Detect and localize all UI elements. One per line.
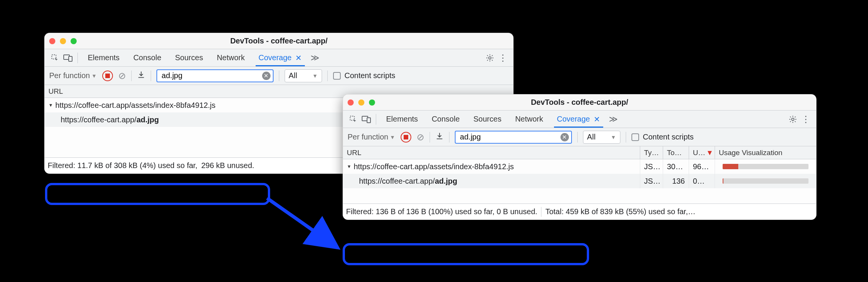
clear-filter-icon[interactable]: ✕ — [560, 133, 569, 141]
filtered-stats: Filtered: 136 B of 136 B (100%) used so … — [346, 207, 537, 216]
type-filter-label: All — [587, 133, 596, 141]
row-url-prefix: https://coffee-cart.app/ — [61, 115, 137, 124]
tab-console[interactable]: Console — [126, 49, 168, 66]
record-button[interactable] — [401, 132, 411, 143]
column-unused[interactable]: U…▼ — [689, 146, 715, 159]
panel-tabs: Elements Console Sources Network Coverag… — [45, 49, 513, 67]
tab-console[interactable]: Console — [425, 111, 466, 128]
svg-rect-6 — [367, 118, 370, 123]
annotation-highlight-before — [45, 183, 270, 205]
settings-icon[interactable] — [483, 51, 496, 64]
tab-network[interactable]: Network — [210, 49, 251, 66]
clear-icon[interactable]: ⊘ — [118, 70, 126, 81]
divider — [327, 70, 328, 81]
total-stats: Total: 459 kB of 839 kB (55%) used so fa… — [545, 207, 696, 216]
titlebar[interactable]: DevTools - coffee-cart.app/ — [45, 33, 513, 49]
divider — [449, 132, 449, 143]
window-title: DevTools - coffee-cart.app/ — [343, 98, 816, 107]
granularity-label: Per function — [49, 71, 90, 80]
tab-coverage[interactable]: Coverage ✕ — [550, 111, 607, 128]
row-unused: 96… — [689, 159, 715, 174]
type-filter-dropdown[interactable]: All▼ — [583, 131, 620, 144]
tab-network[interactable]: Network — [508, 111, 550, 128]
svg-rect-2 — [69, 56, 72, 61]
disclosure-triangle-icon[interactable]: ▼ — [48, 103, 53, 108]
titlebar[interactable]: DevTools - coffee-cart.app/ — [343, 95, 816, 111]
content-scripts-toggle[interactable]: Content scripts — [333, 71, 395, 80]
close-window-icon[interactable] — [49, 38, 55, 44]
minimize-window-icon[interactable] — [60, 38, 66, 44]
panel-tabs: Elements Console Sources Network Coverag… — [343, 111, 816, 128]
row-unused: 0… — [689, 174, 715, 188]
kebab-menu-icon[interactable]: ⋮ — [799, 113, 812, 126]
divider — [151, 70, 151, 81]
tab-elements[interactable]: Elements — [81, 49, 126, 66]
settings-icon[interactable] — [786, 113, 799, 126]
type-filter-dropdown[interactable]: All▼ — [285, 69, 322, 82]
url-filter-text[interactable] — [459, 132, 557, 142]
url-filter-input[interactable]: ✕ — [455, 131, 572, 144]
filtered-stats: Filtered: 11.7 kB of 308 kB (4%) used so… — [48, 161, 197, 170]
tab-coverage-label: Coverage — [259, 53, 292, 62]
maximize-window-icon[interactable] — [369, 99, 375, 106]
device-toolbar-icon[interactable] — [360, 113, 373, 126]
table-row[interactable]: ▼ https://coffee-cart.app/assets/index-8… — [343, 159, 816, 174]
checkbox-icon[interactable] — [631, 133, 639, 141]
tab-sources[interactable]: Sources — [467, 111, 508, 128]
annotation-highlight-after — [343, 243, 589, 265]
clear-filter-icon[interactable]: ✕ — [262, 72, 271, 80]
tab-sources[interactable]: Sources — [168, 49, 210, 66]
clear-icon[interactable]: ⊘ — [417, 132, 424, 143]
column-url[interactable]: URL — [343, 146, 640, 159]
device-toolbar-icon[interactable] — [61, 51, 74, 64]
column-usage[interactable]: Usage Visualization — [715, 146, 816, 159]
content-scripts-toggle[interactable]: Content scripts — [631, 133, 694, 141]
row-url-match: ad.jpg — [137, 115, 159, 124]
divider — [430, 132, 430, 143]
close-tab-icon[interactable]: ✕ — [591, 115, 600, 124]
inspect-element-icon[interactable] — [347, 113, 360, 126]
window-controls — [348, 99, 375, 106]
divider — [77, 53, 78, 63]
close-tab-icon[interactable]: ✕ — [293, 53, 302, 62]
status-bar: Filtered: 136 B of 136 B (100%) used so … — [343, 203, 816, 220]
checkbox-icon[interactable] — [333, 72, 341, 80]
row-type: JS… — [640, 174, 663, 188]
coverage-table: ▼ https://coffee-cart.app/assets/index-8… — [343, 159, 816, 203]
kebab-menu-icon[interactable]: ⋮ — [496, 51, 509, 64]
inspect-element-icon[interactable] — [48, 51, 61, 64]
row-url: https://coffee-cart.app/assets/index-8bf… — [55, 101, 216, 110]
export-icon[interactable] — [435, 132, 444, 142]
export-icon[interactable] — [137, 70, 145, 81]
content-scripts-label: Content scripts — [345, 71, 395, 80]
svg-point-7 — [792, 118, 794, 120]
maximize-window-icon[interactable] — [71, 38, 77, 44]
disclosure-triangle-icon[interactable]: ▼ — [347, 164, 351, 169]
tab-coverage[interactable]: Coverage ✕ — [252, 49, 309, 66]
close-window-icon[interactable] — [348, 99, 354, 106]
divider — [131, 70, 132, 81]
column-type[interactable]: Ty… — [640, 146, 663, 159]
granularity-dropdown[interactable]: Per function▼ — [348, 133, 395, 141]
url-filter-text[interactable] — [161, 71, 259, 80]
svg-point-3 — [489, 56, 491, 59]
divider — [577, 132, 578, 143]
row-url-match: ad.jpg — [435, 177, 457, 186]
url-filter-input[interactable]: ✕ — [156, 69, 274, 82]
coverage-toolbar: Per function▼ ⊘ ✕ All▼ Content scripts — [343, 128, 816, 146]
granularity-label: Per function — [348, 133, 388, 141]
more-tabs-icon[interactable]: ≫ — [607, 113, 620, 126]
window-controls — [49, 38, 77, 44]
more-tabs-icon[interactable]: ≫ — [309, 51, 322, 64]
window-title: DevTools - coffee-cart.app/ — [45, 37, 513, 45]
minimize-window-icon[interactable] — [358, 99, 364, 106]
row-url-prefix: https://coffee-cart.app/ — [359, 177, 435, 186]
record-button[interactable] — [102, 70, 113, 81]
column-total[interactable]: To… — [663, 146, 689, 159]
table-row[interactable]: https://coffee-cart.app/ad.jpg JS… 136 0… — [343, 174, 816, 188]
type-filter-label: All — [289, 71, 297, 80]
devtools-window-after: DevTools - coffee-cart.app/ Elements Con… — [343, 94, 816, 220]
total-stats: 296 kB unused. — [201, 161, 254, 170]
granularity-dropdown[interactable]: Per function▼ — [49, 71, 97, 80]
tab-elements[interactable]: Elements — [379, 111, 425, 128]
